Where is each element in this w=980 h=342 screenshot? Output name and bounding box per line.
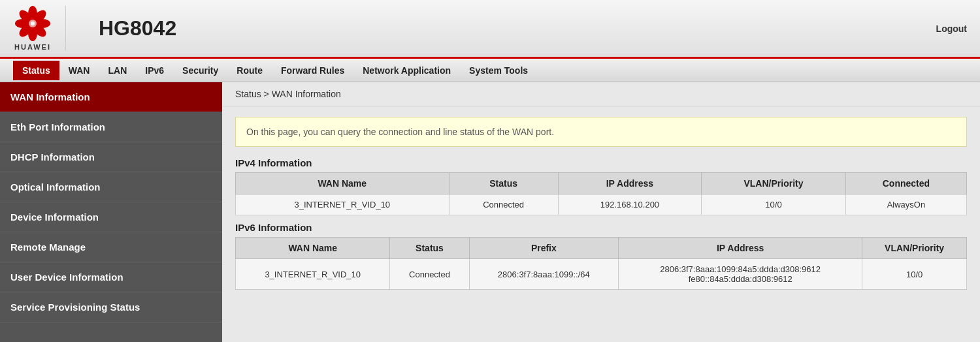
info-box: On this page, you can query the connecti… [235, 117, 967, 147]
header: HUAWEI HG8042 Logout [0, 0, 980, 59]
ipv6-row1-ip-address-line1: 2806:3f7:8aaa:1099:84a5:ddda:d308:9612 [660, 264, 821, 274]
device-title: HG8042 [99, 16, 936, 40]
nav-item-wan[interactable]: WAN [59, 61, 99, 80]
nav-item-status[interactable]: Status [13, 61, 59, 80]
ipv4-col-status: Status [449, 173, 558, 194]
sidebar-item-wan-information[interactable]: WAN Information [0, 82, 222, 112]
sidebar-item-eth-port-information[interactable]: Eth Port Information [0, 112, 222, 142]
nav-item-network-application[interactable]: Network Application [353, 61, 460, 80]
ipv4-section-title: IPv4 Information [235, 157, 967, 168]
ipv6-row1-wan-name: 3_INTERNET_R_VID_10 [236, 259, 390, 290]
table-row: 3_INTERNET_R_VID_10 Connected 192.168.10… [236, 194, 967, 215]
ipv4-row1-status: Connected [449, 194, 558, 215]
ipv4-col-wan-name: WAN Name [236, 173, 449, 194]
nav-item-system-tools[interactable]: System Tools [460, 61, 537, 80]
ipv4-table: WAN Name Status IP Address VLAN/Priority… [235, 172, 967, 215]
nav-item-security[interactable]: Security [173, 61, 227, 80]
ipv4-row1-vlan-priority: 10/0 [702, 194, 846, 215]
nav-item-lan[interactable]: LAN [99, 61, 136, 80]
huawei-logo: HUAWEI [13, 6, 52, 51]
ipv4-row1-ip-address: 192.168.10.200 [558, 194, 701, 215]
sidebar: WAN Information Eth Port Information DHC… [0, 82, 222, 342]
ipv6-section-title: IPv6 Information [235, 222, 967, 233]
ipv4-row1-connected: AlwaysOn [845, 194, 966, 215]
ipv6-row1-prefix: 2806:3f7:8aaa:1099::/64 [469, 259, 619, 290]
svg-point-8 [29, 20, 37, 27]
ipv6-col-prefix: Prefix [469, 238, 619, 259]
logo-area: HUAWEI [13, 6, 66, 51]
breadcrumb: Status > WAN Information [222, 82, 980, 106]
ipv4-table-header-row: WAN Name Status IP Address VLAN/Priority… [236, 173, 967, 194]
sidebar-item-dhcp-information[interactable]: DHCP Information [0, 142, 222, 172]
nav-item-forward-rules[interactable]: Forward Rules [272, 61, 353, 80]
ipv6-col-status: Status [390, 238, 469, 259]
ipv6-col-ip-address: IP Address [619, 238, 862, 259]
logout-button[interactable]: Logout [936, 23, 967, 34]
nav-item-ipv6[interactable]: IPv6 [136, 61, 173, 80]
sidebar-item-user-device-information[interactable]: User Device Information [0, 262, 222, 292]
ipv6-col-vlan-priority: VLAN/Priority [862, 238, 967, 259]
ipv4-col-connected: Connected [845, 173, 966, 194]
nav-bar: Status WAN LAN IPv6 Security Route Forwa… [0, 59, 980, 82]
sidebar-item-service-provisioning-status[interactable]: Service Provisioning Status [0, 292, 222, 322]
ipv6-table: WAN Name Status Prefix IP Address VLAN/P… [235, 237, 967, 290]
ipv4-section: IPv4 Information WAN Name Status IP Addr… [235, 157, 967, 215]
sidebar-item-remote-manage[interactable]: Remote Manage [0, 232, 222, 262]
sidebar-item-optical-information[interactable]: Optical Information [0, 172, 222, 202]
nav-item-route[interactable]: Route [227, 61, 272, 80]
ipv4-col-vlan-priority: VLAN/Priority [702, 173, 846, 194]
ipv4-col-ip-address: IP Address [558, 173, 701, 194]
content-area: WAN Information Eth Port Information DHC… [0, 82, 980, 342]
ipv6-section: IPv6 Information WAN Name Status Prefix … [235, 222, 967, 290]
ipv6-row1-ip-address-line2: fe80::84a5:ddda:d308:9612 [689, 274, 792, 284]
ipv6-row1-ip-address: 2806:3f7:8aaa:1099:84a5:ddda:d308:9612 f… [619, 259, 862, 290]
main-content: Status > WAN Information On this page, y… [222, 82, 980, 342]
table-row: 3_INTERNET_R_VID_10 Connected 2806:3f7:8… [236, 259, 967, 290]
logo-text: HUAWEI [14, 43, 51, 51]
ipv4-row1-wan-name: 3_INTERNET_R_VID_10 [236, 194, 449, 215]
sidebar-item-device-information[interactable]: Device Information [0, 202, 222, 232]
ipv6-table-header-row: WAN Name Status Prefix IP Address VLAN/P… [236, 238, 967, 259]
ipv6-row1-status: Connected [390, 259, 469, 290]
ipv6-row1-vlan-priority: 10/0 [862, 259, 967, 290]
ipv6-col-wan-name: WAN Name [236, 238, 390, 259]
huawei-flower-icon [13, 6, 52, 42]
